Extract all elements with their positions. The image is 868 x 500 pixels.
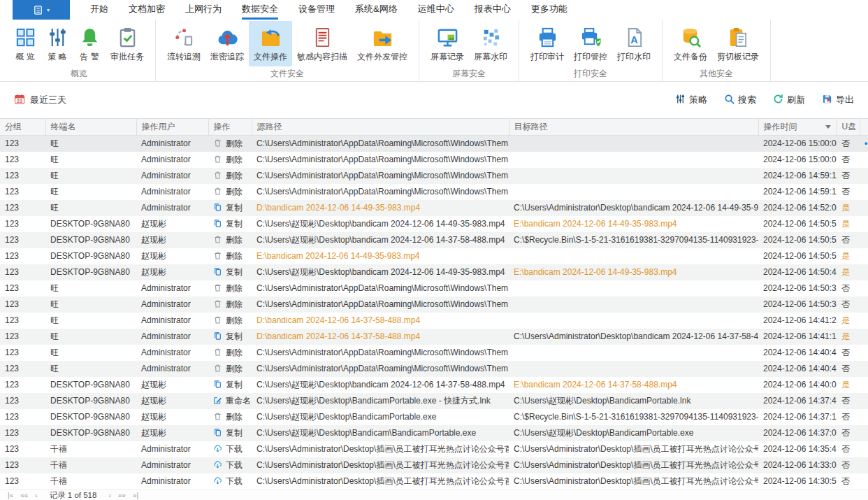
trash-icon (213, 348, 222, 357)
ribbon-button-policy[interactable]: 策 略 (41, 21, 73, 66)
ribbon-button-label: 泄密追踪 (210, 51, 244, 63)
table-row[interactable]: 123DESKTOP-9G8NA80赵现彬复制C:\Users\赵现彬\Desk… (0, 377, 868, 393)
policy-button[interactable]: 策略 (675, 94, 707, 106)
folder-return-icon (260, 26, 282, 48)
export-button[interactable]: 导出 (822, 94, 854, 106)
cell-group: 123 (0, 473, 45, 490)
cell-user: 赵现彬 (136, 377, 208, 393)
table-row[interactable]: 123旺Administrator删除C:\Users\Administrato… (0, 152, 868, 168)
ribbon-button-alert[interactable]: 告 警 (73, 21, 106, 66)
table-row[interactable]: 123千禧Administrator下载C:\Users\Administrat… (0, 441, 868, 457)
menu-tab-system-network[interactable]: 系统&网络 (355, 0, 398, 20)
date-range-filter[interactable]: 23 最近三天 (14, 94, 66, 107)
table-row[interactable]: 123千禧Administrator下载C:\Users\Administrat… (0, 457, 868, 473)
trash-icon (213, 299, 222, 308)
table-row[interactable]: 123DESKTOP-9G8NA80赵现彬复制C:\Users\赵现彬\Desk… (0, 425, 868, 441)
table-row[interactable]: 123千禧Administrator下载C:\Users\Administrat… (0, 473, 868, 490)
ribbon-button-flow-trace[interactable]: 流转追溯 (162, 21, 205, 66)
cell-user: Administrator (136, 168, 208, 184)
table-row[interactable]: 123旺Administrator删除C:\Users\Administrato… (0, 361, 868, 377)
table-row[interactable]: 123DESKTOP-9G8NA80赵现彬删除C:\Users\赵现彬\Desk… (0, 409, 868, 425)
refresh-button[interactable]: 刷新 (773, 94, 805, 106)
column-header-7[interactable]: U盘 (837, 119, 860, 136)
pager-fast-forward-icon[interactable]: »» (118, 492, 126, 499)
table-row[interactable]: 123旺Administrator删除C:\Users\Administrato… (0, 184, 868, 200)
menu-tab-start[interactable]: 开始 (90, 0, 108, 20)
cell-group: 123 (0, 200, 45, 216)
column-header-4[interactable]: 源路径 (252, 119, 509, 136)
ribbon-button-overview[interactable]: 概 览 (9, 21, 41, 66)
pager-next-icon[interactable]: › (108, 492, 110, 499)
table-row[interactable]: 123旺Administrator删除C:\Users\Administrato… (0, 168, 868, 184)
pager-last-icon[interactable]: »| (133, 492, 138, 499)
cell-usb: 否 (837, 136, 860, 152)
cell-row-actions (860, 345, 868, 361)
table-row[interactable]: 123DESKTOP-9G8NA80赵现彬复制C:\Users\赵现彬\Desk… (0, 216, 868, 232)
table-row[interactable]: 123旺Administrator复制D:\bandicam 2024-12-0… (0, 200, 868, 216)
table-row[interactable]: 123旺Administrator删除C:\Users\Administrato… (0, 345, 868, 361)
menu-tab-more-features[interactable]: 更多功能 (531, 0, 567, 20)
ribbon-button-approval-tasks[interactable]: 审批任务 (106, 21, 149, 66)
column-header-5[interactable]: 目标路径 (509, 119, 758, 136)
ribbon-button-sensitive-content-scan[interactable]: 敏感内容扫描 (292, 21, 352, 66)
column-header-1[interactable]: 终端名 (45, 119, 136, 136)
column-header-2[interactable]: 操作用户 (136, 119, 208, 136)
cell-source-path: C:\Users\赵现彬\Desktop\bandicam 2024-12-06… (252, 264, 509, 280)
menu-tab-ops-center[interactable]: 运维中心 (418, 0, 454, 20)
table-row[interactable]: 123旺Administrator删除D:\bandicam 2024-12-0… (0, 313, 868, 329)
menu-tab-doc-encryption[interactable]: 文档加密 (129, 0, 165, 20)
operation-label: 删除 (226, 315, 243, 325)
cell-time: 2024-12-06 14:30:55 (758, 473, 837, 490)
operation-label: 删除 (226, 412, 243, 422)
ribbon-button-print-audit[interactable]: 打印审计 (526, 21, 569, 66)
search-button[interactable]: 搜索 (724, 94, 756, 106)
table-row[interactable]: 123旺Administrator删除C:\Users\Administrato… (0, 136, 868, 152)
column-header-0[interactable]: 分组 (0, 119, 45, 136)
cell-operation: 复制 (208, 377, 252, 393)
pager-fast-back-icon[interactable]: «« (20, 492, 28, 499)
ribbon-button-file-operations[interactable]: 文件操作 (249, 21, 292, 66)
table-row[interactable]: 123DESKTOP-9G8NA80赵现彬删除E:\bandicam 2024-… (0, 248, 868, 264)
pager-prev-icon[interactable]: ‹ (35, 492, 37, 499)
cell-time: 2024-12-06 14:52:03 (758, 200, 837, 216)
cell-user: Administrator (136, 184, 208, 200)
cell-user: 赵现彬 (136, 393, 208, 409)
app-menu-button[interactable]: ▾ (13, 0, 70, 20)
more-actions-icon[interactable]: ••• (865, 138, 868, 148)
column-header-6[interactable]: 操作时间 (758, 119, 837, 136)
column-header-3[interactable]: 操作 (208, 119, 252, 136)
ribbon-button-clipboard-record[interactable]: 剪切板记录 (712, 21, 764, 66)
ribbon-button-file-outgoing-control[interactable]: 文件外发管控 (352, 21, 412, 66)
cell-time: 2024-12-06 14:41:20 (758, 313, 837, 329)
cell-source-path: C:\Users\Administrator\AppData\Roaming\M… (252, 361, 509, 377)
ribbon-button-leak-tracking[interactable]: 泄密追踪 (205, 21, 249, 66)
menu-tab-data-security[interactable]: 数据安全 (242, 0, 278, 20)
table-row[interactable]: 123旺Administrator复制D:\bandicam 2024-12-0… (0, 329, 868, 345)
sort-desc-icon[interactable] (825, 125, 831, 129)
cell-user: Administrator (136, 441, 208, 457)
table-row[interactable]: 123DESKTOP-9G8NA80赵现彬重命名C:\Users\赵现彬\Des… (0, 393, 868, 409)
pager-first-icon[interactable]: |« (8, 492, 13, 499)
cell-terminal: 旺 (45, 184, 136, 200)
operation-label: 删除 (226, 187, 243, 197)
menu-tab-device-mgmt[interactable]: 设备管理 (298, 0, 335, 20)
ribbon-button-screen-record[interactable]: 屏幕记录 (426, 21, 469, 66)
ribbon-button-print-control[interactable]: 打印管控 (569, 21, 612, 66)
cell-terminal: 旺 (45, 297, 136, 313)
operation-label: 复制 (226, 267, 243, 277)
table-row[interactable]: 123旺Administrator删除C:\Users\Administrato… (0, 297, 868, 313)
cell-target-path: C:\Users\Administrator\Desktop\bandicam … (509, 200, 758, 216)
table-row[interactable]: 123DESKTOP-9G8NA80赵现彬复制C:\Users\赵现彬\Desk… (0, 264, 868, 280)
table-row[interactable]: 123DESKTOP-9G8NA80赵现彬删除C:\Users\赵现彬\Desk… (0, 232, 868, 248)
ribbon-button-file-backup[interactable]: 文件备份 (669, 21, 712, 66)
cell-row-actions (860, 329, 868, 345)
ribbon-button-screen-watermark[interactable]: 屏幕水印 (469, 21, 512, 66)
cell-target-path: C:\Users\Administrator\Desktop\插画\员工被打耳光… (509, 473, 758, 490)
scan-doc-icon (312, 26, 333, 48)
menu-tab-web-behavior[interactable]: 上网行为 (185, 0, 222, 20)
menu-tab-report-center[interactable]: 报表中心 (475, 0, 511, 20)
table-row[interactable]: 123旺Administrator删除C:\Users\Administrato… (0, 280, 868, 297)
operation-label: 删除 (226, 235, 243, 245)
cell-time: 2024-12-06 15:00:00 (758, 136, 837, 152)
ribbon-button-print-watermark[interactable]: A打印水印 (612, 21, 656, 66)
